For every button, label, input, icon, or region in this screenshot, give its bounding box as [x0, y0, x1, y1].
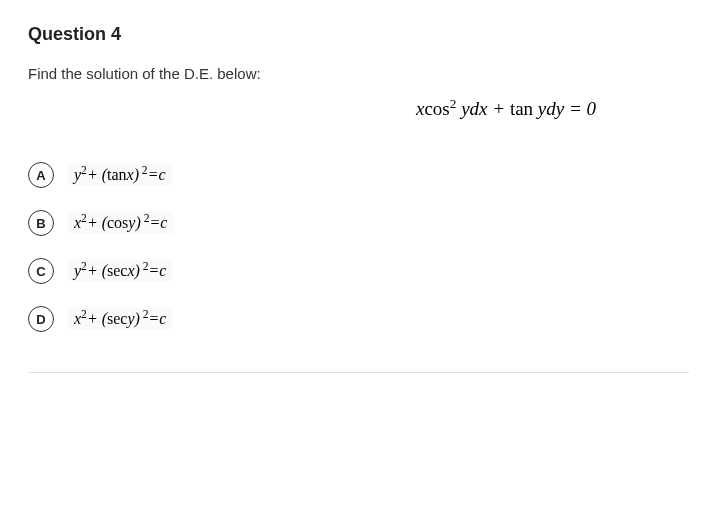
question-title: Question 4 — [28, 24, 689, 45]
option-b[interactable]: B x2+ (cosy) 2=c — [28, 210, 689, 236]
option-bubble[interactable]: A — [28, 162, 54, 188]
option-math: y2+ (tanx) 2=c — [68, 164, 172, 186]
equation-row: xcos2 ydx + tan ydy = 0 — [28, 94, 689, 124]
option-bubble[interactable]: C — [28, 258, 54, 284]
option-bubble[interactable]: D — [28, 306, 54, 332]
differential-equation: xcos2 ydx + tan ydy = 0 — [408, 94, 604, 124]
option-d[interactable]: D x2+ (secy) 2=c — [28, 306, 689, 332]
option-bubble[interactable]: B — [28, 210, 54, 236]
option-math: y2+ (secx) 2=c — [68, 260, 172, 282]
question-prompt: Find the solution of the D.E. below: — [28, 65, 689, 82]
option-a[interactable]: A y2+ (tanx) 2=c — [28, 162, 689, 188]
option-math: x2+ (secy) 2=c — [68, 308, 172, 330]
options-list: A y2+ (tanx) 2=c B x2+ (cosy) 2=c C y2+ … — [28, 162, 689, 332]
option-math: x2+ (cosy) 2=c — [68, 212, 173, 234]
divider — [28, 372, 689, 373]
option-c[interactable]: C y2+ (secx) 2=c — [28, 258, 689, 284]
